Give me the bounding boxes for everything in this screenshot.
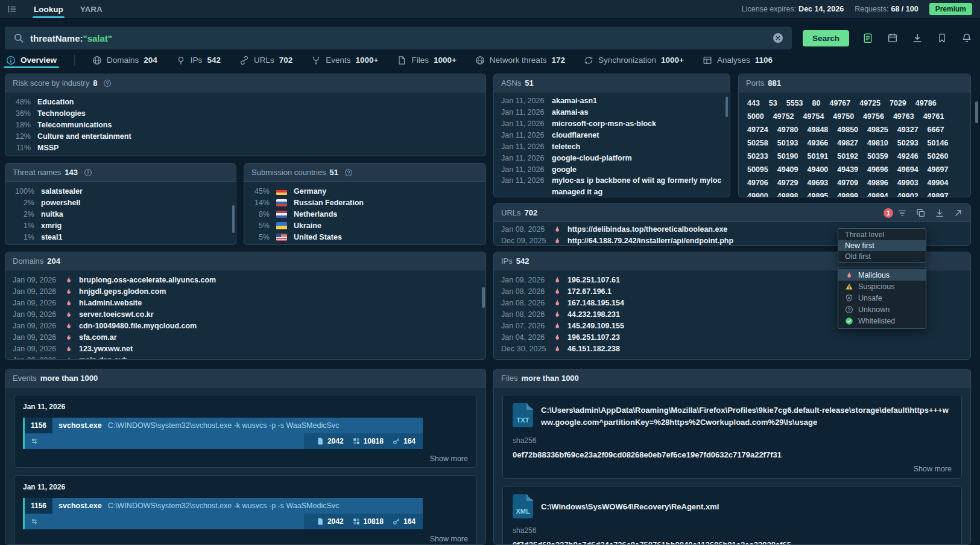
port-value[interactable]: 49896 bbox=[867, 177, 888, 190]
search-button[interactable]: Search bbox=[803, 30, 849, 46]
port-value[interactable]: 49810 bbox=[867, 137, 888, 150]
asn-row[interactable]: Jan 11, 2026cloudflarenet bbox=[501, 129, 722, 141]
port-value[interactable]: 49366 bbox=[808, 137, 829, 150]
port-value[interactable]: 49848 bbox=[808, 124, 829, 136]
port-value[interactable]: 6667 bbox=[928, 124, 944, 136]
port-value[interactable]: 49754 bbox=[803, 110, 824, 123]
port-value[interactable]: 50293 bbox=[897, 137, 918, 150]
tab-overview[interactable]: Overview bbox=[5, 52, 58, 68]
tab-urls[interactable]: URLs702 bbox=[238, 52, 294, 68]
domain-row[interactable]: Jan 09, 2026hnjgdl.geps.glodon.com bbox=[13, 285, 478, 297]
port-value[interactable]: 80 bbox=[812, 97, 821, 110]
level-option-unsafe[interactable]: Unsafe bbox=[838, 292, 926, 304]
port-value[interactable]: 5000 bbox=[747, 110, 764, 123]
scrollbar-thumb[interactable] bbox=[232, 205, 235, 233]
port-value[interactable]: 49246 bbox=[897, 150, 918, 163]
port-value[interactable]: 49897 bbox=[928, 190, 949, 197]
show-more-link[interactable]: Show more bbox=[23, 454, 468, 463]
port-value[interactable]: 49693 bbox=[808, 177, 829, 190]
tab-synchronization[interactable]: Synchronization1000+ bbox=[583, 52, 685, 68]
topnav-tab-lookup[interactable]: Lookup bbox=[25, 0, 72, 18]
risk-row[interactable]: 36%Technologies bbox=[13, 107, 478, 119]
port-value[interactable]: 49729 bbox=[777, 177, 798, 190]
port-value[interactable]: 50192 bbox=[837, 150, 858, 163]
risk-row[interactable]: 9%Manufacturing bbox=[13, 153, 478, 156]
port-value[interactable]: 49903 bbox=[897, 177, 918, 190]
domain-row[interactable]: Jan 09, 2026main.dsn.ovh bbox=[13, 354, 478, 360]
port-value[interactable]: 49850 bbox=[837, 124, 858, 136]
port-value[interactable]: 49902 bbox=[897, 190, 918, 197]
port-value[interactable]: 49898 bbox=[777, 190, 798, 197]
risk-row[interactable]: 11%MSSP bbox=[13, 142, 478, 153]
port-value[interactable]: 49439 bbox=[837, 164, 858, 176]
scrollbar-thumb[interactable] bbox=[726, 97, 728, 117]
file-path[interactable]: C:\Windows\SysWOW64\Recovery\ReAgent.xml bbox=[541, 500, 719, 513]
open-external-icon[interactable] bbox=[953, 208, 963, 218]
sort-option-new-first[interactable]: New first bbox=[838, 240, 926, 251]
port-value[interactable]: 443 bbox=[747, 97, 760, 110]
country-row[interactable]: 14%Russian Federation bbox=[251, 197, 478, 208]
port-value[interactable]: 49827 bbox=[837, 137, 858, 150]
port-value[interactable]: 49752 bbox=[773, 110, 794, 123]
search-history-icon[interactable] bbox=[862, 33, 873, 43]
scrollbar-thumb[interactable] bbox=[482, 287, 485, 308]
port-value[interactable]: 49327 bbox=[897, 124, 918, 136]
download-icon[interactable] bbox=[935, 208, 944, 218]
threat-name-row[interactable]: 2%nuitka bbox=[13, 208, 229, 220]
level-option-unknown[interactable]: Unknown bbox=[838, 304, 926, 315]
domain-row[interactable]: Jan 09, 2026bruplong.oss-accelerate.aliy… bbox=[13, 274, 478, 285]
level-option-whitelisted[interactable]: Whitelisted bbox=[838, 315, 926, 327]
search-input[interactable]: threatName:"salat" bbox=[5, 27, 792, 49]
threat-name-row[interactable]: 100%salatstealer bbox=[13, 185, 229, 197]
port-value[interactable]: 49786 bbox=[915, 97, 937, 110]
port-value[interactable]: 49899 bbox=[837, 190, 858, 197]
tab-network-threats[interactable]: Network threats172 bbox=[474, 52, 566, 68]
asn-row[interactable]: Jan 11, 2026akamai-asn1 bbox=[501, 95, 722, 106]
asn-row[interactable]: Jan 11, 2026akamai-as bbox=[501, 106, 722, 118]
tab-ips[interactable]: IPs542 bbox=[175, 52, 222, 68]
country-row[interactable]: 45%Germany bbox=[251, 185, 478, 197]
download-icon[interactable] bbox=[912, 33, 923, 43]
port-value[interactable]: 49763 bbox=[893, 110, 914, 123]
help-icon[interactable] bbox=[103, 79, 112, 88]
asn-row[interactable]: Jan 11, 2026microsoft-corp-msn-as-block bbox=[501, 118, 722, 129]
process-entry[interactable]: 1156 svchost.exe C:\WINDOWS\system32\svc… bbox=[23, 418, 423, 449]
port-value[interactable]: 49400 bbox=[808, 164, 829, 176]
port-value[interactable]: 50193 bbox=[777, 137, 798, 150]
country-row[interactable]: 5%Ukraine bbox=[251, 220, 478, 231]
asn-row[interactable]: Jan 11, 2026google bbox=[501, 164, 722, 175]
threat-name-row[interactable]: 1%steal1 bbox=[13, 231, 229, 243]
domain-row[interactable]: Jan 09, 2026hi.admini.website bbox=[13, 297, 478, 308]
help-icon[interactable] bbox=[84, 168, 92, 177]
port-value[interactable]: 49825 bbox=[867, 124, 888, 136]
country-row[interactable]: 5%United States bbox=[251, 231, 478, 243]
domain-row[interactable]: Jan 09, 2026server.toeicswt.co.kr bbox=[13, 308, 478, 320]
port-value[interactable]: 49706 bbox=[747, 177, 768, 190]
threat-name-row[interactable]: 1%purecrypter bbox=[13, 243, 229, 245]
port-value[interactable]: 50191 bbox=[808, 150, 829, 163]
country-row[interactable]: 3%United Kingdom bbox=[251, 243, 478, 245]
sort-option-old-first[interactable]: Old first bbox=[838, 251, 926, 262]
filter-icon[interactable] bbox=[897, 208, 907, 218]
port-value[interactable]: 50190 bbox=[777, 150, 798, 163]
port-value[interactable]: 49725 bbox=[859, 97, 880, 110]
asn-row[interactable]: Jan 11, 2026myloc-as ip backbone of wiit… bbox=[501, 175, 722, 197]
port-value[interactable]: 7029 bbox=[890, 97, 906, 110]
port-value[interactable]: 49904 bbox=[928, 177, 949, 190]
risk-row[interactable]: 12%Culture and entertainment bbox=[13, 130, 478, 142]
copy-icon[interactable] bbox=[916, 208, 926, 218]
port-value[interactable]: 50146 bbox=[928, 137, 949, 150]
domain-row[interactable]: Jan 09, 2026cdn-10049480.file.myqcloud.c… bbox=[13, 320, 478, 331]
calendar-icon[interactable] bbox=[887, 33, 898, 43]
port-value[interactable]: 50258 bbox=[747, 137, 768, 150]
file-sha256[interactable]: 0ef72b88336bf69ce23a2f09cd08268e0eb7ef6c… bbox=[513, 450, 952, 459]
port-value[interactable]: 49697 bbox=[928, 164, 949, 176]
sidebar-toggle-icon[interactable] bbox=[0, 0, 25, 18]
port-value[interactable]: 50095 bbox=[747, 164, 768, 176]
port-value[interactable]: 49409 bbox=[777, 164, 798, 176]
port-value[interactable]: 49694 bbox=[897, 164, 918, 176]
port-value[interactable]: 49756 bbox=[863, 110, 884, 123]
ip-row[interactable]: Jan 04, 2026196.251.107.23 bbox=[501, 331, 963, 343]
risk-row[interactable]: 18%Telecommunications bbox=[13, 119, 478, 130]
port-value[interactable]: 49761 bbox=[923, 110, 944, 123]
